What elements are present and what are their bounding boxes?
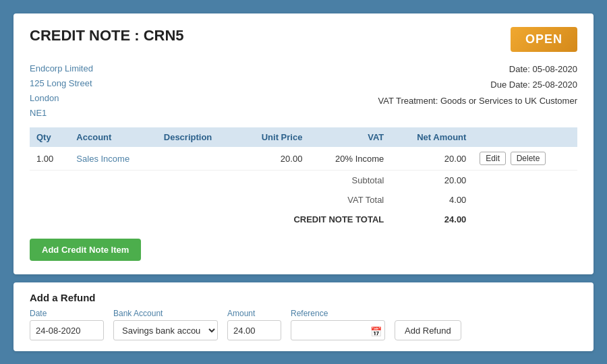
refund-fields: Date Bank Account Savings bank accountCu…	[30, 309, 577, 340]
cell-description	[157, 147, 238, 171]
client-address1: 125 Long Street	[30, 76, 93, 91]
subtotal-label: Subtotal	[30, 171, 391, 191]
refund-amount-input[interactable]	[227, 320, 281, 340]
table-header-row: Qty Account Description Unit Price VAT N…	[30, 127, 577, 147]
refund-bank-select[interactable]: Savings bank accountCurrent accountOther…	[113, 320, 218, 340]
refund-date-input[interactable]	[30, 320, 104, 340]
invoice-meta: Date: 05-08-2020 Due Date: 25-08-2020 VA…	[378, 61, 577, 121]
refund-bank-field: Bank Account Savings bank accountCurrent…	[113, 309, 218, 340]
credit-note-header: CREDIT NOTE : CRN5 OPEN	[30, 27, 577, 52]
client-address2: London	[30, 91, 93, 106]
cell-net-amount: 20.00	[391, 147, 473, 171]
credit-note-total-label: CREDIT NOTE TOTAL	[30, 210, 391, 229]
cell-unit-price: 20.00	[238, 147, 310, 171]
client-address3: NE1	[30, 106, 93, 121]
cell-account: Sales Income	[69, 147, 156, 171]
refund-date-field: Date	[30, 309, 104, 340]
refund-reference-input[interactable]	[291, 320, 385, 340]
vat-treatment-value: Goods or Services to UK Customer	[440, 96, 577, 106]
refund-bank-label: Bank Account	[113, 309, 218, 318]
add-refund-button[interactable]: Add Refund	[395, 320, 461, 340]
refund-title: Add a Refund	[30, 292, 577, 303]
delete-button[interactable]: Delete	[511, 152, 546, 165]
date-label: Date:	[509, 64, 530, 74]
add-credit-note-item-button[interactable]: Add Credit Note Item	[30, 239, 141, 261]
refund-reference-label: Reference	[291, 309, 385, 318]
items-table: Qty Account Description Unit Price VAT N…	[30, 127, 577, 229]
col-qty: Qty	[30, 127, 69, 147]
subtotal-value: 20.00	[391, 171, 473, 191]
credit-note-card: CREDIT NOTE : CRN5 OPEN Endcorp Limited …	[13, 13, 594, 274]
refund-reference-field: Reference 📅	[291, 309, 385, 340]
client-info: Endcorp Limited 125 Long Street London N…	[30, 61, 93, 121]
col-account: Account	[69, 127, 156, 147]
due-date-value: 25-08-2020	[533, 80, 578, 90]
col-unit-price: Unit Price	[238, 127, 310, 147]
credit-note-total-value: 24.00	[391, 210, 473, 229]
cell-vat: 20% Income	[309, 147, 391, 171]
account-link[interactable]: Sales Income	[76, 154, 129, 164]
refund-amount-field: Amount	[227, 309, 281, 340]
add-item-section: Add Credit Note Item	[30, 239, 577, 261]
vat-treatment-label: VAT Treatment:	[378, 96, 438, 106]
vat-total-row: VAT Total 4.00	[30, 190, 577, 210]
date-value: 05-08-2020	[533, 64, 578, 74]
vat-treatment-row: VAT Treatment: Goods or Services to UK C…	[378, 93, 577, 109]
subtotal-row: Subtotal 20.00	[30, 171, 577, 191]
cell-qty: 1.00	[30, 147, 69, 171]
col-vat: VAT	[309, 127, 391, 147]
refund-amount-label: Amount	[227, 309, 281, 318]
col-net-amount: Net Amount	[391, 127, 473, 147]
col-description: Description	[157, 127, 238, 147]
due-date-row: Due Date: 25-08-2020	[378, 77, 577, 92]
vat-total-value: 4.00	[391, 190, 473, 210]
cell-actions: Edit Delete	[473, 147, 577, 171]
table-row: 1.00 Sales Income 20.00 20% Income 20.00…	[30, 147, 577, 171]
date-row: Date: 05-08-2020	[378, 61, 577, 77]
client-name: Endcorp Limited	[30, 61, 93, 76]
due-date-label: Due Date:	[490, 80, 530, 90]
credit-note-title: CREDIT NOTE : CRN5	[30, 27, 184, 44]
edit-button[interactable]: Edit	[480, 152, 506, 165]
refund-card: Add a Refund Date Bank Account Savings b…	[13, 282, 594, 351]
credit-note-total-row: CREDIT NOTE TOTAL 24.00	[30, 210, 577, 229]
status-badge: OPEN	[511, 27, 577, 52]
meta-row: Endcorp Limited 125 Long Street London N…	[30, 61, 577, 121]
refund-date-label: Date	[30, 309, 104, 318]
col-actions	[473, 127, 577, 147]
vat-total-label: VAT Total	[30, 190, 391, 210]
